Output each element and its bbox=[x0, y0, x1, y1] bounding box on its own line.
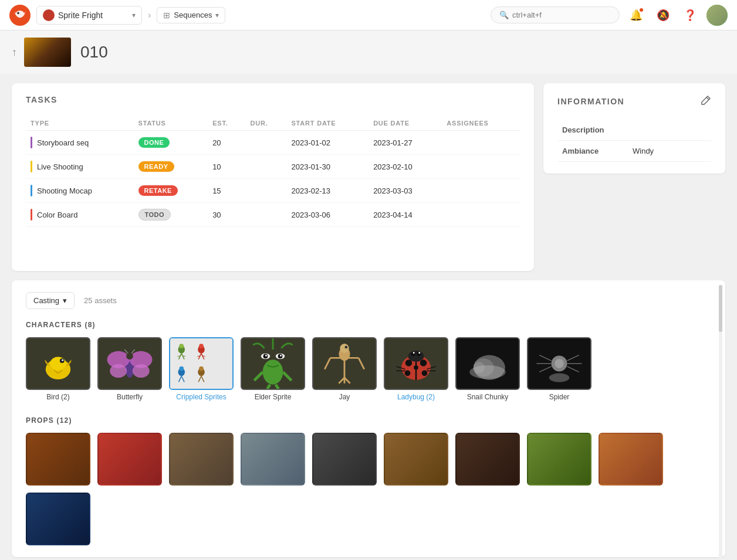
search-box[interactable]: 🔍 bbox=[491, 6, 620, 23]
character-label: Butterfly bbox=[117, 393, 143, 402]
prop-thumbnail bbox=[169, 433, 234, 486]
svg-point-29 bbox=[199, 344, 204, 348]
prop-item[interactable] bbox=[26, 493, 90, 545]
task-type-cell: Storyboard seq bbox=[31, 137, 129, 148]
col-dur: DUR. bbox=[246, 116, 287, 131]
prop-item[interactable] bbox=[527, 433, 591, 486]
scroll-thumb bbox=[719, 285, 722, 332]
prop-thumbnail bbox=[26, 433, 90, 486]
info-title: INFORMATION bbox=[557, 97, 624, 106]
breadcrumb-separator: › bbox=[148, 10, 151, 21]
prop-thumbnail bbox=[527, 433, 591, 486]
svg-point-7 bbox=[62, 359, 63, 361]
task-color-bar bbox=[31, 209, 32, 220]
characters-header: CHARACTERS (8) bbox=[26, 321, 711, 329]
prop-item[interactable] bbox=[599, 433, 663, 486]
user-avatar[interactable] bbox=[706, 5, 728, 26]
character-thumbnail bbox=[241, 337, 305, 390]
top-navigation: Sprite Fright ▾ › ⊞ Sequences ▾ 🔍 🔔 🔕 ❓ bbox=[0, 0, 737, 30]
character-item[interactable]: Jay bbox=[312, 337, 377, 402]
casting-controls: Casting ▾ 25 assets bbox=[26, 292, 711, 309]
task-color-bar bbox=[31, 137, 32, 148]
sequence-thumbnail[interactable] bbox=[24, 38, 71, 67]
help-button[interactable]: ❓ bbox=[679, 5, 701, 26]
info-row: Description bbox=[557, 120, 711, 141]
notifications-button[interactable]: 🔔 bbox=[626, 5, 647, 26]
character-item[interactable]: Elder Sprite bbox=[241, 337, 305, 402]
col-due-date: DUE DATE bbox=[368, 116, 442, 131]
table-row[interactable]: Live Shooting READY 10 2023-01-30 2023-0… bbox=[26, 155, 520, 179]
svg-point-13 bbox=[133, 364, 150, 378]
svg-point-80 bbox=[469, 365, 506, 379]
prop-thumbnail bbox=[241, 433, 305, 486]
sequence-number: 010 bbox=[80, 43, 108, 62]
project-name: Sprite Fright bbox=[58, 11, 129, 20]
character-item[interactable]: Ladybug (2) bbox=[384, 337, 448, 402]
info-field-label: Ambiance bbox=[557, 141, 628, 162]
col-assignees: ASSIGNEES bbox=[442, 116, 520, 131]
character-item[interactable]: Bird (2) bbox=[26, 337, 90, 402]
character-thumbnail bbox=[455, 337, 520, 390]
prop-item[interactable] bbox=[455, 433, 520, 486]
task-type-cell: Color Board bbox=[31, 209, 129, 220]
svg-point-66 bbox=[422, 371, 428, 376]
task-type-cell: Shooting Mocap bbox=[31, 185, 129, 196]
scroll-bar[interactable] bbox=[718, 280, 723, 557]
task-name: Storyboard seq bbox=[37, 138, 89, 147]
svg-point-12 bbox=[110, 364, 127, 378]
task-status: DONE bbox=[134, 131, 208, 155]
task-status: READY bbox=[134, 155, 208, 179]
task-assignees bbox=[442, 131, 520, 155]
info-row: Ambiance Windy bbox=[557, 141, 711, 162]
prop-item[interactable] bbox=[97, 433, 162, 486]
edit-icon[interactable] bbox=[701, 95, 711, 108]
task-name: Color Board bbox=[37, 211, 77, 219]
prop-thumbnail bbox=[97, 433, 162, 486]
svg-point-83 bbox=[555, 359, 563, 368]
task-assignees bbox=[442, 203, 520, 227]
alerts-button[interactable]: 🔕 bbox=[653, 5, 674, 26]
tasks-table: TYPE STATUS EST. DUR. START DATE DUE DAT… bbox=[26, 116, 520, 227]
prop-thumbnail bbox=[599, 433, 663, 486]
table-row[interactable]: Storyboard seq DONE 20 2023-01-02 2023-0… bbox=[26, 131, 520, 155]
table-row[interactable]: Shooting Mocap RETAKE 15 2023-02-13 2023… bbox=[26, 179, 520, 203]
svg-point-46 bbox=[280, 355, 282, 357]
prop-item[interactable] bbox=[384, 433, 448, 486]
help-icon: ❓ bbox=[684, 9, 697, 22]
main-content: TASKS TYPE STATUS EST. DUR. START DATE D… bbox=[0, 74, 737, 280]
info-field-value: Windy bbox=[628, 141, 711, 162]
casting-dropdown[interactable]: Casting ▾ bbox=[26, 292, 75, 309]
svg-point-71 bbox=[418, 352, 420, 354]
casting-label: Casting bbox=[33, 296, 59, 305]
thumbnail-image bbox=[24, 38, 71, 67]
task-name: Live Shooting bbox=[37, 162, 83, 171]
prop-item[interactable] bbox=[169, 433, 234, 486]
svg-point-63 bbox=[405, 359, 413, 366]
task-assignees bbox=[442, 155, 520, 179]
character-thumbnail bbox=[527, 337, 591, 390]
prop-item[interactable] bbox=[241, 433, 305, 486]
prop-item[interactable] bbox=[312, 433, 377, 486]
character-label: Ladybug (2) bbox=[397, 393, 435, 402]
table-row[interactable]: Color Board TODO 30 2023-03-06 2023-04-1… bbox=[26, 203, 520, 227]
character-label: Snail Chunky bbox=[467, 393, 509, 402]
character-item[interactable]: Snail Chunky bbox=[455, 337, 520, 402]
character-item[interactable]: Spider bbox=[527, 337, 591, 402]
sequences-label: Sequences bbox=[174, 11, 212, 19]
character-item[interactable]: Butterfly bbox=[97, 337, 162, 402]
character-item[interactable]: Crippled Sprites bbox=[169, 337, 234, 402]
sequences-selector[interactable]: ⊞ Sequences ▾ bbox=[157, 7, 225, 23]
character-thumbnail bbox=[312, 337, 377, 390]
search-input[interactable] bbox=[512, 11, 611, 19]
back-button[interactable]: ↑ bbox=[12, 46, 17, 59]
col-start-date: START DATE bbox=[286, 116, 368, 131]
prop-thumbnail bbox=[455, 433, 520, 486]
logo-icon[interactable] bbox=[9, 5, 31, 26]
task-dur bbox=[246, 203, 287, 227]
prop-item[interactable] bbox=[26, 433, 90, 486]
project-selector[interactable]: Sprite Fright ▾ bbox=[36, 6, 142, 25]
task-start-date: 2023-02-13 bbox=[286, 179, 368, 203]
svg-point-45 bbox=[265, 355, 267, 357]
svg-point-37 bbox=[199, 366, 204, 371]
task-start-date: 2023-01-02 bbox=[286, 131, 368, 155]
